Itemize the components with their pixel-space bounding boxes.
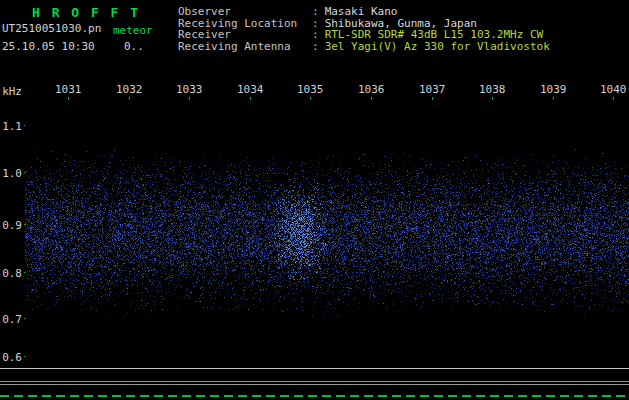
time-label: 1032: [116, 83, 143, 96]
mode-label: meteor: [113, 25, 153, 37]
time-label: 1034: [237, 83, 264, 96]
app-title: H R O F F T: [32, 5, 140, 20]
observation-info: Observer:Masaki Kano Receiving Location:…: [178, 6, 550, 52]
info-label: Receiver: [178, 29, 312, 41]
info-row-observer: Observer:Masaki Kano: [178, 6, 550, 18]
hrofft-screen: H R O F F T UT2510051030.pn meteor 25.10…: [0, 0, 629, 400]
counter-label: 0..: [124, 41, 144, 53]
khz-unit-label: kHz: [0, 85, 22, 98]
info-colon: :: [312, 29, 319, 41]
time-label: 1038: [479, 83, 506, 96]
info-colon: :: [312, 6, 319, 18]
freq-label: 0.9: [0, 219, 22, 232]
strip-reference-line-low: [0, 384, 629, 385]
freq-label: 1.1: [0, 120, 22, 133]
freq-label: 0.6: [0, 351, 22, 364]
info-label: Observer: [178, 6, 312, 18]
time-label: 1035: [297, 83, 324, 96]
info-row-receiver: Receiver:RTL-SDR SDR# 43dB L15 103.2MHz …: [178, 29, 550, 41]
info-value: Masaki Kano: [325, 6, 398, 18]
freq-label: 1.0: [0, 167, 22, 180]
time-label: 1031: [55, 83, 82, 96]
spectrogram-canvas: [25, 100, 629, 362]
time-label: 1036: [358, 83, 385, 96]
info-label: Receiving Antenna: [178, 41, 312, 53]
filename-label: UT2510051030.pn: [2, 23, 101, 35]
timestamp-label: 25.10.05 10:30: [2, 41, 95, 53]
time-label: 1039: [540, 83, 567, 96]
minute-dash-baseline: [0, 395, 629, 397]
time-label: 1040: [600, 83, 627, 96]
info-value: 3el Yagi(V) Az 330 for Vladivostok: [325, 41, 550, 53]
info-colon: :: [312, 41, 319, 53]
strip-reference-line-mid: [0, 381, 629, 382]
time-label: 1037: [419, 83, 446, 96]
info-row-antenna: Receiving Antenna:3el Yagi(V) Az 330 for…: [178, 41, 550, 53]
info-value: RTL-SDR SDR# 43dB L15 103.2MHz CW: [325, 29, 544, 41]
freq-label: 0.7: [0, 313, 22, 326]
strip-reference-line-top: [0, 368, 629, 369]
time-label: 1033: [176, 83, 203, 96]
freq-label: 0.8: [0, 267, 22, 280]
